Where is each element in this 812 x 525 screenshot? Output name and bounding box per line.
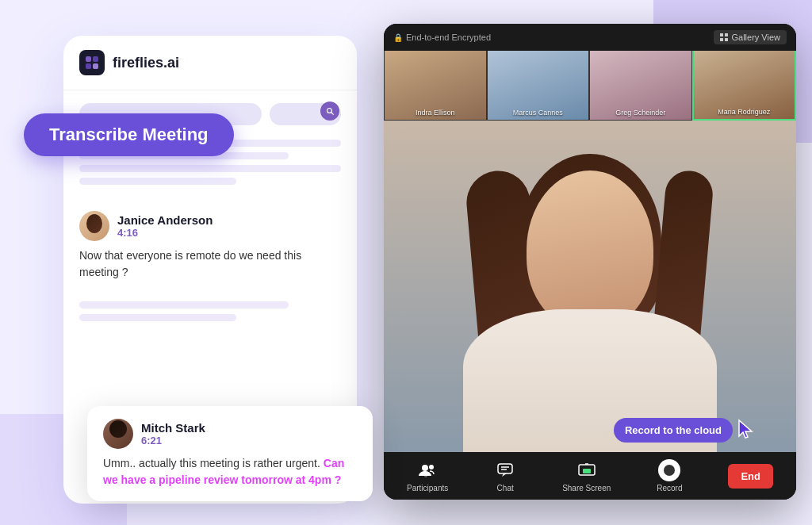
placeholder-line-4	[79, 178, 236, 185]
placeholder-line-6	[79, 314, 236, 321]
message-2-header: Mitch Stark 6:21	[103, 419, 357, 449]
message-card-2: Mitch Stark 6:21 Umm.. actually this mee…	[87, 406, 373, 501]
message-1-header: Janice Anderson 4:16	[79, 211, 341, 241]
search-icon[interactable]	[320, 102, 339, 121]
chat-button[interactable]: Chat	[494, 459, 516, 492]
app-logo	[79, 50, 105, 75]
face-oval	[527, 171, 653, 329]
message-time-1: 4:16	[117, 227, 213, 239]
placeholder-line-5	[79, 301, 289, 308]
svg-rect-0	[86, 56, 91, 62]
main-video-area	[384, 121, 796, 452]
chat-label: Chat	[497, 484, 514, 492]
thumbnail-4[interactable]: Maria Rodriguez	[692, 49, 797, 121]
svg-rect-2	[86, 63, 91, 69]
svg-point-10	[422, 465, 428, 471]
thumbnail-name-3: Greg Scheinder	[593, 109, 688, 117]
sender-name-2: Mitch Stark	[141, 421, 205, 435]
thumbnail-name-1: Indra Ellison	[388, 109, 483, 117]
participants-label: Participants	[407, 484, 448, 492]
share-screen-button[interactable]: Share Screen	[562, 459, 611, 492]
thumbnail-name-4: Maria Rodriguez	[697, 108, 792, 116]
record-label: Record	[657, 484, 682, 492]
main-speaker-silhouette	[384, 121, 796, 452]
participants-icon	[416, 459, 439, 481]
svg-rect-1	[93, 56, 98, 62]
svg-rect-8	[720, 38, 723, 41]
app-header: fireflies.ai	[63, 36, 357, 90]
chat-icon	[494, 459, 516, 481]
svg-rect-9	[725, 38, 728, 41]
thumbnail-3[interactable]: Greg Scheinder	[589, 49, 692, 121]
svg-rect-7	[725, 33, 728, 36]
message-1: Janice Anderson 4:16 Now that everyone i…	[63, 198, 357, 293]
placeholder-line-3	[79, 165, 341, 172]
svg-rect-6	[720, 33, 723, 36]
thumbnail-name-2: Marcus Cannes	[491, 109, 586, 117]
avatar-janice	[79, 211, 109, 241]
thumbnail-2[interactable]: Marcus Cannes	[487, 49, 590, 121]
gallery-view-button[interactable]: Gallery View	[714, 30, 787, 44]
video-conference-panel: 🔒 End-to-end Encrypted Gallery View Indr…	[384, 24, 796, 500]
cursor-pointer	[736, 419, 755, 446]
gallery-view-label: Gallery View	[731, 33, 780, 42]
participants-button[interactable]: Participants	[407, 459, 448, 492]
svg-point-12	[424, 474, 427, 477]
record-button[interactable]: Record	[657, 459, 682, 492]
thumbnail-1[interactable]: Indra Ellison	[384, 49, 487, 121]
lock-icon: 🔒	[393, 33, 403, 42]
avatar-mitch	[103, 419, 133, 449]
svg-line-5	[331, 113, 334, 115]
transcribe-meeting-button[interactable]: Transcribe Meeting	[24, 113, 234, 156]
record-to-cloud-tooltip: Record to the cloud	[614, 418, 733, 443]
message-time-2: 6:21	[141, 435, 205, 446]
video-topbar: 🔒 End-to-end Encrypted Gallery View	[384, 24, 796, 51]
app-name: fireflies.ai	[113, 55, 179, 71]
svg-point-11	[429, 465, 434, 469]
record-icon	[658, 459, 680, 481]
share-screen-label: Share Screen	[562, 484, 611, 492]
share-screen-icon	[576, 459, 598, 481]
end-call-button[interactable]: End	[728, 464, 773, 489]
svg-rect-3	[93, 63, 98, 69]
message-text-before: Umm.. actually this meeting is rather ur…	[103, 457, 324, 469]
video-bottom-bar: Participants Chat Share Scr	[384, 452, 796, 500]
message-text-1: Now that everyone is remote do we need t…	[79, 247, 341, 281]
svg-point-4	[327, 109, 332, 113]
transcript-placeholder-2	[63, 293, 357, 335]
encrypted-label: End-to-end Encrypted	[406, 33, 491, 42]
sender-name-1: Janice Anderson	[117, 213, 213, 227]
thumbnail-strip: Indra Ellison Marcus Cannes Greg Scheind…	[384, 49, 796, 121]
encrypted-badge: 🔒 End-to-end Encrypted	[393, 33, 491, 42]
message-text-2: Umm.. actually this meeting is rather ur…	[103, 455, 357, 489]
svg-rect-17	[583, 469, 591, 473]
svg-rect-13	[498, 464, 512, 473]
